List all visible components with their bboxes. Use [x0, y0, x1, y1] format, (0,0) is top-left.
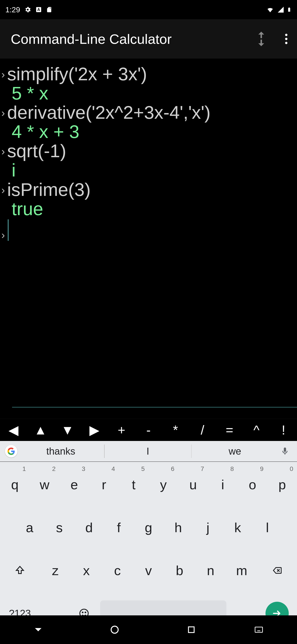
- key-g[interactable]: g: [134, 507, 163, 548]
- key-t[interactable]: t5: [119, 464, 148, 505]
- home-button[interactable]: [108, 623, 121, 636]
- key-hint: 8: [230, 465, 234, 472]
- key-hint: 9: [260, 465, 264, 472]
- key-y[interactable]: y6: [149, 464, 178, 505]
- key-p[interactable]: p0: [268, 464, 297, 505]
- key-hint: 7: [201, 465, 204, 472]
- key-u[interactable]: u7: [178, 464, 208, 505]
- key-hint: 2: [52, 465, 56, 472]
- keyboard: q1w2e3r4t5y6u7i8o9p0 asdfghjkl zxcvbnm ?…: [0, 462, 297, 616]
- key-i[interactable]: i8: [208, 464, 237, 505]
- plus-button[interactable]: +: [108, 419, 135, 441]
- output-line: 4 * x + 3: [0, 122, 79, 141]
- wifi-icon: [266, 6, 275, 13]
- caret-button[interactable]: ^: [243, 419, 270, 441]
- suggestion[interactable]: thanks: [17, 446, 104, 457]
- input-line[interactable]: sqrt(-1): [7, 141, 66, 160]
- key-w[interactable]: w2: [30, 464, 59, 505]
- output-line: 5 * x: [0, 84, 48, 103]
- input-line[interactable]: simplify('2x + 3x'): [7, 64, 147, 84]
- key-x[interactable]: x: [71, 550, 102, 591]
- prompt-chevron-icon: ›: [0, 69, 7, 80]
- key-e[interactable]: e3: [60, 464, 89, 505]
- key-a[interactable]: a: [15, 507, 44, 548]
- suggestion-bar: thanks I we: [0, 441, 297, 462]
- prompt-chevron-icon: ›: [0, 107, 7, 118]
- key-h[interactable]: h: [164, 507, 193, 548]
- key-m[interactable]: m: [226, 550, 257, 591]
- key-j[interactable]: j: [193, 507, 223, 548]
- svg-point-8: [111, 626, 118, 633]
- console[interactable]: ›simplify('2x + 3x') 5 * x ›derivative('…: [0, 58, 297, 418]
- key-d[interactable]: d: [74, 507, 104, 548]
- input-line[interactable]: isPrime(3): [7, 180, 91, 199]
- nav-up-button[interactable]: ▲: [27, 419, 54, 441]
- key-n[interactable]: n: [195, 550, 226, 591]
- overflow-menu-icon[interactable]: [281, 29, 292, 49]
- key-k[interactable]: k: [223, 507, 252, 548]
- nav-bar: [0, 616, 297, 644]
- key-hint: 3: [82, 465, 85, 472]
- svg-point-3: [285, 38, 288, 40]
- prompt-chevron-icon: ›: [0, 230, 7, 240]
- output-line: i: [0, 160, 16, 180]
- key-o[interactable]: o9: [238, 464, 267, 505]
- clock: 1:29: [5, 5, 20, 14]
- symbol-toolbar: ◀ ▲ ▼ ▶ + - * / = ^ !: [0, 418, 297, 441]
- transfer-icon[interactable]: [251, 29, 271, 49]
- back-button[interactable]: [31, 623, 45, 636]
- svg-point-2: [285, 34, 288, 36]
- sd-card-icon: [46, 6, 52, 14]
- svg-point-6: [82, 612, 83, 613]
- input-underline: [12, 407, 297, 408]
- app-bar: Command-Line Calculator: [0, 19, 297, 58]
- key-hint: 5: [141, 465, 145, 472]
- key-s[interactable]: s: [45, 507, 74, 548]
- svg-text:A: A: [37, 8, 40, 12]
- key-z[interactable]: z: [40, 550, 71, 591]
- equals-button[interactable]: =: [216, 419, 243, 441]
- app-badge-icon: A: [35, 6, 42, 13]
- minus-button[interactable]: -: [135, 419, 162, 441]
- key-hint: 1: [22, 465, 26, 472]
- key-hint: 6: [171, 465, 175, 472]
- output-line: true: [0, 199, 43, 218]
- key-r[interactable]: r4: [89, 464, 119, 505]
- app-title: Command-Line Calculator: [11, 31, 172, 47]
- key-hint: 0: [290, 465, 293, 472]
- mic-icon[interactable]: [278, 446, 292, 456]
- recents-button[interactable]: [185, 623, 198, 636]
- key-c[interactable]: c: [102, 550, 133, 591]
- multiply-button[interactable]: *: [162, 419, 189, 441]
- suggestion[interactable]: I: [105, 446, 191, 457]
- nav-right-button[interactable]: ▶: [81, 419, 108, 441]
- prompt-chevron-icon: ›: [0, 146, 7, 157]
- key-b[interactable]: b: [164, 550, 195, 591]
- suggestion[interactable]: we: [192, 446, 278, 457]
- svg-point-4: [285, 42, 288, 44]
- battery-icon: [287, 6, 292, 14]
- text-cursor: [8, 219, 8, 241]
- svg-rect-9: [188, 627, 194, 632]
- input-line[interactable]: derivative('2x^2+3x-4','x'): [7, 103, 211, 122]
- svg-point-7: [85, 612, 86, 613]
- key-f[interactable]: f: [104, 507, 133, 548]
- key-q[interactable]: q1: [0, 464, 29, 505]
- factorial-button[interactable]: !: [270, 419, 297, 441]
- key-v[interactable]: v: [133, 550, 164, 591]
- divide-button[interactable]: /: [189, 419, 216, 441]
- backspace-key[interactable]: [258, 550, 297, 591]
- shift-key[interactable]: [0, 550, 39, 591]
- keyboard-switch-button[interactable]: [252, 623, 266, 636]
- signal-icon: [277, 6, 285, 13]
- key-hint: 4: [111, 465, 115, 472]
- nav-left-button[interactable]: ◀: [0, 419, 27, 441]
- google-icon[interactable]: [5, 445, 17, 458]
- nav-down-button[interactable]: ▼: [54, 419, 81, 441]
- key-l[interactable]: l: [253, 507, 282, 548]
- prompt-chevron-icon: ›: [0, 184, 7, 196]
- gear-icon: [24, 6, 31, 13]
